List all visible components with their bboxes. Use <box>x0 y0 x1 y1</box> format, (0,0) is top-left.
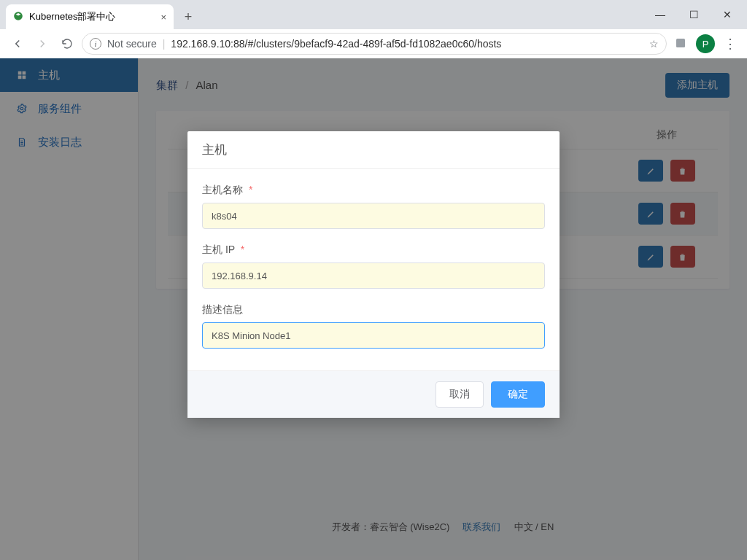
tab-title: Kubernetes部署中心 <box>29 10 155 23</box>
field-host-ip: 主机 IP * <box>202 244 545 289</box>
new-tab-button[interactable]: + <box>178 7 198 27</box>
required-marker: * <box>249 184 252 195</box>
host-desc-input[interactable] <box>202 322 545 349</box>
favicon-icon <box>13 11 23 23</box>
window-maximize-icon[interactable]: ☐ <box>677 4 711 26</box>
tab-close-icon[interactable]: × <box>160 12 166 23</box>
window-controls: — ☐ ✕ <box>643 0 744 29</box>
confirm-button[interactable]: 确定 <box>491 381 545 408</box>
field-label: 主机名称 * <box>202 184 545 197</box>
tab-bar: Kubernetes部署中心 × + — ☐ ✕ <box>0 0 747 29</box>
url-box[interactable]: i Not secure | 192.168.9.10:88/#/cluster… <box>82 33 667 55</box>
host-name-input[interactable] <box>202 203 545 229</box>
nav-forward-button[interactable] <box>32 34 53 54</box>
modal-overlay[interactable]: 主机 主机名称 * 主机 IP * 描述信息 <box>0 58 747 560</box>
address-bar: i Not secure | 192.168.9.10:88/#/cluster… <box>0 29 747 58</box>
nav-back-button[interactable] <box>7 34 28 54</box>
window-minimize-icon[interactable]: — <box>643 4 677 26</box>
site-info-icon[interactable]: i <box>90 38 101 50</box>
svg-rect-0 <box>676 39 685 47</box>
bookmark-star-icon[interactable]: ☆ <box>649 38 659 50</box>
window-close-icon[interactable]: ✕ <box>711 4 744 26</box>
profile-avatar[interactable]: P <box>696 34 715 53</box>
chrome-menu-icon[interactable]: ⋮ <box>724 36 737 52</box>
host-ip-input[interactable] <box>202 262 545 289</box>
field-label: 描述信息 <box>202 303 545 316</box>
browser-chrome: Kubernetes部署中心 × + — ☐ ✕ i Not secure | … <box>0 0 747 58</box>
url-text: 192.168.9.10:88/#/clusters/9befacf9-42ad… <box>171 38 643 50</box>
cancel-button[interactable]: 取消 <box>436 381 484 408</box>
field-host-desc: 描述信息 <box>202 303 545 349</box>
extension-icon[interactable] <box>674 36 687 52</box>
nav-reload-button[interactable] <box>57 34 77 54</box>
required-marker: * <box>241 244 244 255</box>
modal-title: 主机 <box>187 131 560 169</box>
not-secure-label: Not secure <box>107 38 157 50</box>
host-modal: 主机 主机名称 * 主机 IP * 描述信息 <box>187 131 560 418</box>
field-host-name: 主机名称 * <box>202 184 545 229</box>
browser-tab[interactable]: Kubernetes部署中心 × <box>6 4 174 29</box>
modal-footer: 取消 确定 <box>187 370 560 418</box>
field-label: 主机 IP * <box>202 244 545 257</box>
